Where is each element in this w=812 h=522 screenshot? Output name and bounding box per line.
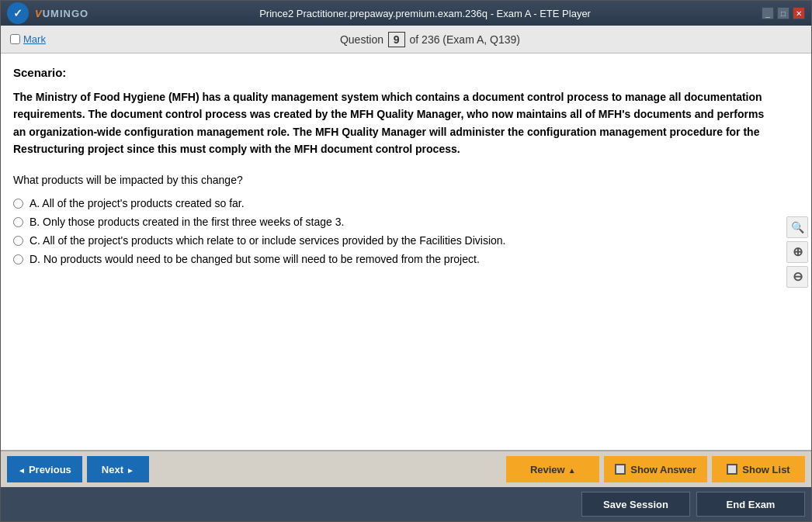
toolbar: Mark Question 9 of 236 (Exam A, Q139) bbox=[1, 26, 811, 54]
review-button[interactable]: Review bbox=[506, 456, 599, 482]
option-d-text: D. No products would need to be changed … bbox=[29, 253, 480, 265]
show-list-checkbox-icon bbox=[727, 464, 737, 475]
zoom-out-button[interactable]: ⊖ bbox=[786, 266, 808, 288]
mark-checkbox[interactable]: Mark bbox=[10, 33, 46, 45]
question-number-box: 9 bbox=[388, 32, 405, 47]
titlebar-left: ✓ VUMINGO bbox=[7, 2, 88, 24]
nav-bar: Previous Next Review Show Answer Show Li… bbox=[1, 450, 811, 487]
close-button[interactable]: ✕ bbox=[793, 7, 805, 19]
next-arrow-icon bbox=[127, 464, 134, 475]
content-inner: Scenario: The Ministry of Food Hygiene (… bbox=[13, 66, 799, 265]
titlebar-title: Prince2 Practitioner.prepaway.premium.ex… bbox=[88, 8, 762, 19]
save-session-button[interactable]: Save Session bbox=[581, 492, 690, 517]
previous-arrow-icon bbox=[18, 464, 26, 475]
previous-button[interactable]: Previous bbox=[7, 456, 82, 482]
radio-b[interactable] bbox=[13, 217, 23, 227]
radio-c[interactable] bbox=[13, 236, 23, 246]
main-window: ✓ VUMINGO Prince2 Practitioner.prepaway.… bbox=[0, 0, 812, 522]
option-c-text: C. All of the project's products which r… bbox=[29, 234, 506, 247]
option-c: C. All of the project's products which r… bbox=[13, 234, 771, 247]
action-bar: Save Session End Exam bbox=[1, 487, 811, 521]
radio-a[interactable] bbox=[13, 199, 23, 209]
radio-d[interactable] bbox=[13, 254, 23, 264]
question-info: Question 9 of 236 (Exam A, Q139) bbox=[58, 32, 802, 47]
titlebar-controls: _ □ ✕ bbox=[762, 7, 805, 19]
logo-text: VUMINGO bbox=[35, 8, 88, 19]
end-exam-button[interactable]: End Exam bbox=[696, 492, 805, 517]
show-list-button[interactable]: Show List bbox=[712, 456, 805, 482]
option-a: A. All of the project's products created… bbox=[13, 197, 771, 209]
search-button[interactable]: 🔍 bbox=[786, 216, 808, 238]
mark-checkbox-input[interactable] bbox=[10, 34, 20, 44]
review-arrow-icon bbox=[568, 464, 576, 475]
minimize-button[interactable]: _ bbox=[762, 7, 774, 19]
scenario-label: Scenario: bbox=[13, 66, 771, 79]
content-area: Scenario: The Ministry of Food Hygiene (… bbox=[1, 54, 811, 450]
sidebar-tools: 🔍 ⊕ ⊖ bbox=[786, 216, 808, 288]
show-answer-button[interactable]: Show Answer bbox=[604, 456, 707, 482]
show-answer-checkbox-icon bbox=[615, 464, 626, 475]
option-d: D. No products would need to be changed … bbox=[13, 253, 771, 265]
mark-label[interactable]: Mark bbox=[23, 33, 46, 45]
answer-options: A. All of the project's products created… bbox=[13, 197, 771, 265]
option-b-text: B. Only those products created in the fi… bbox=[29, 216, 344, 228]
option-b: B. Only those products created in the fi… bbox=[13, 216, 771, 228]
question-text: What products will be impacted by this c… bbox=[13, 174, 771, 186]
option-a-text: A. All of the project's products created… bbox=[29, 197, 245, 209]
maximize-button[interactable]: □ bbox=[777, 7, 789, 19]
titlebar: ✓ VUMINGO Prince2 Practitioner.prepaway.… bbox=[1, 1, 811, 26]
zoom-in-button[interactable]: ⊕ bbox=[786, 241, 808, 263]
logo-icon: ✓ bbox=[7, 2, 29, 24]
scenario-text: The Ministry of Food Hygiene (MFH) has a… bbox=[13, 88, 771, 158]
next-button[interactable]: Next bbox=[87, 456, 149, 482]
